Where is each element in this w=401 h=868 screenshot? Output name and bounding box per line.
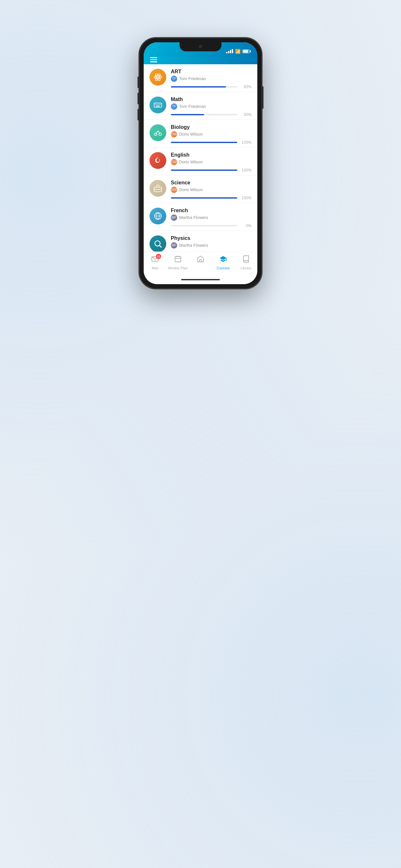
course-content: Science DW Doris Wilson 100% — [171, 180, 251, 200]
nav-item-weekly-plan[interactable]: Weekly Plan — [166, 255, 189, 270]
progress-row: 100% — [171, 196, 251, 200]
svg-rect-35 — [199, 259, 202, 262]
teacher-row: DW Doris Wilson — [171, 187, 251, 193]
course-item[interactable]: Math TF Tom Friedman 50% — [144, 92, 257, 120]
avatar-img: MF — [171, 214, 177, 221]
teacher-row: DW Doris Wilson — [171, 159, 251, 165]
progress-row: 83% — [171, 85, 251, 89]
course-icon — [150, 124, 166, 141]
svg-rect-4 — [154, 103, 161, 107]
course-name: Math — [171, 97, 251, 102]
course-item[interactable]: Physics MF Martha Flowers 48% — [144, 231, 257, 252]
nav-label: Mail — [152, 266, 158, 270]
progress-row: 100% — [171, 140, 251, 145]
teacher-row: MF Martha Flowers — [171, 242, 251, 249]
progress-percent: 100% — [240, 168, 251, 173]
nav-item-mail[interactable]: 11 Mail — [144, 255, 166, 270]
svg-line-18 — [159, 245, 161, 247]
home-icon — [197, 255, 204, 265]
course-content: ART TF Tom Friedman 83% — [171, 69, 251, 89]
progress-bar-bg — [171, 114, 237, 115]
nav-item-home[interactable] — [189, 255, 212, 270]
teacher-row: MF Martha Flowers — [171, 214, 251, 221]
teacher-name: Doris Wilson — [179, 159, 203, 164]
progress-bar-bg — [171, 86, 237, 88]
wifi-icon: 📶 — [235, 49, 241, 54]
progress-bar-fill — [171, 169, 237, 171]
course-item[interactable]: English DW Doris Wilson 100% — [144, 148, 257, 175]
progress-bar-fill — [171, 197, 237, 198]
progress-percent: 83% — [240, 85, 251, 89]
course-content: Physics MF Martha Flowers 48% — [171, 236, 251, 252]
avatar-img: DW — [171, 187, 177, 193]
calendar-icon — [174, 255, 182, 265]
course-name: Physics — [171, 236, 251, 241]
progress-bar-fill — [171, 86, 226, 88]
teacher-avatar: DW — [171, 131, 177, 137]
status-icons: 📶 — [226, 49, 250, 54]
nav-item-library[interactable]: Library — [235, 255, 257, 270]
svg-rect-31 — [175, 256, 181, 262]
progress-percent: 48% — [240, 251, 251, 252]
teacher-row: TF Tom Friedman — [171, 103, 251, 110]
teacher-avatar: TF — [171, 103, 177, 110]
progress-bar-fill — [171, 114, 204, 115]
phone-mockup: 📶 ART TF Tom Friedman — [139, 38, 262, 289]
avatar-img: DW — [171, 159, 177, 165]
course-item[interactable]: Biology DW Doris Wilson 100% — [144, 120, 257, 148]
app-header — [144, 57, 257, 64]
progress-row: 100% — [171, 168, 251, 173]
course-item[interactable]: French MF Martha Flowers 0% — [144, 203, 257, 231]
home-bar — [181, 279, 220, 280]
bottom-nav: 11 Mail Weekly Plan Courses Library — [144, 252, 257, 276]
teacher-row: TF Tom Friedman — [171, 75, 251, 82]
course-content: French MF Martha Flowers 0% — [171, 208, 251, 228]
teacher-name: Doris Wilson — [179, 187, 203, 192]
course-icon — [150, 208, 166, 224]
progress-bar-bg — [171, 225, 237, 226]
course-name: Biology — [171, 124, 251, 130]
teacher-avatar: DW — [171, 159, 177, 165]
hamburger-button[interactable] — [150, 57, 157, 62]
avatar-img: DW — [171, 131, 177, 137]
course-content: Biology DW Doris Wilson 100% — [171, 124, 251, 145]
teacher-name: Martha Flowers — [179, 243, 208, 248]
course-icon — [150, 180, 166, 197]
graduation-icon — [219, 255, 227, 265]
progress-percent: 100% — [240, 196, 251, 200]
books-icon — [242, 255, 250, 265]
battery-icon — [243, 50, 250, 53]
course-name: English — [171, 152, 251, 158]
teacher-name: Doris Wilson — [179, 132, 203, 136]
nav-label: Weekly Plan — [168, 266, 188, 270]
teacher-name: Tom Friedman — [179, 76, 206, 81]
teacher-avatar: DW — [171, 187, 177, 193]
phone-screen: 📶 ART TF Tom Friedman — [144, 42, 257, 284]
svg-point-0 — [157, 76, 159, 78]
svg-rect-5 — [155, 104, 156, 104]
nav-item-courses[interactable]: Courses — [212, 255, 235, 270]
course-item[interactable]: Science DW Doris Wilson 100% — [144, 175, 257, 203]
svg-rect-6 — [157, 104, 158, 104]
course-icon — [150, 69, 166, 86]
course-name: ART — [171, 69, 251, 74]
teacher-name: Tom Friedman — [179, 104, 206, 109]
signal-icon — [226, 49, 233, 53]
course-name: French — [171, 208, 251, 213]
progress-row: 50% — [171, 113, 251, 117]
svg-point-10 — [154, 133, 157, 135]
progress-bar-bg — [171, 142, 237, 143]
svg-rect-9 — [156, 105, 160, 106]
camera — [199, 45, 202, 48]
svg-rect-7 — [158, 104, 159, 104]
course-content: English DW Doris Wilson 100% — [171, 152, 251, 173]
notch — [180, 42, 221, 51]
course-name: Science — [171, 180, 251, 186]
avatar-img: MF — [171, 242, 177, 249]
avatar-img: TF — [171, 103, 177, 110]
progress-percent: 0% — [240, 223, 251, 228]
course-item[interactable]: ART TF Tom Friedman 83% — [144, 64, 257, 92]
teacher-avatar: MF — [171, 214, 177, 221]
course-icon — [150, 152, 166, 169]
teacher-avatar: TF — [171, 75, 177, 82]
